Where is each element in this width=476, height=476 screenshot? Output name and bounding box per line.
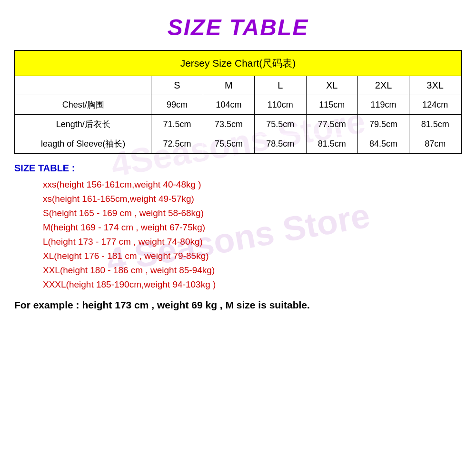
size-2xl-header: 2XL [357,76,409,95]
row-cell: 73.5cm [203,115,254,134]
page-wrapper: 4 Seasons Store 4Seasons Store SIZE TABL… [0,0,476,476]
size-xl-header: XL [306,76,357,95]
row-cell: 99cm [151,95,203,115]
size-guide-item: XXL(height 180 - 186 cm , weight 85-94kg… [43,265,462,276]
example-text: For example : height 173 cm , weight 69 … [14,299,462,311]
table-header-row: Jersey Size Chart(尺码表) [15,50,461,76]
row-cell: 71.5cm [151,115,203,134]
row-cell: 81.5cm [409,115,461,134]
row-cell: 115cm [306,95,357,115]
size-guide-item: xs(height 161-165cm,weight 49-57kg) [43,194,462,204]
row-cell: 87cm [409,134,461,154]
empty-header [15,76,151,95]
size-columns-row: S M L XL 2XL 3XL [15,76,461,95]
row-label: Length/后衣长 [15,115,151,134]
content-area: SIZE TABLE Jersey Size Chart(尺码表) S M L … [14,14,462,311]
size-guide-item: xxs(height 156-161cm,weight 40-48kg ) [43,179,462,190]
size-guide-item: S(height 165 - 169 cm , weight 58-68kg) [43,208,462,218]
size-guide-item: XXXL(height 185-190cm,weight 94-103kg ) [43,279,462,290]
row-label: Chest/胸围 [15,95,151,115]
row-cell: 110cm [255,95,306,115]
row-cell: 78.5cm [255,134,306,154]
row-cell: 77.5cm [306,115,357,134]
size-3xl-header: 3XL [409,76,461,95]
page-title: SIZE TABLE [14,14,462,40]
chart-title: Jersey Size Chart(尺码表) [15,50,461,76]
row-cell: 79.5cm [357,115,409,134]
row-cell: 75.5cm [203,134,254,154]
row-cell: 124cm [409,95,461,115]
size-chart-table: Jersey Size Chart(尺码表) S M L XL 2XL 3XL … [14,50,462,154]
size-guide-item: M(height 169 - 174 cm , weight 67-75kg) [43,222,462,233]
row-cell: 104cm [203,95,254,115]
size-table-label: SIZE TABLE : [14,163,462,174]
size-guide-list: xxs(height 156-161cm,weight 40-48kg )xs(… [14,179,462,290]
size-l-header: L [255,76,306,95]
row-cell: 119cm [357,95,409,115]
row-label: leagth of Sleeve(袖长) [15,134,151,154]
size-guide-item: XL(height 176 - 181 cm , weight 79-85kg) [43,251,462,261]
size-guide-item: L(height 173 - 177 cm , weight 74-80kg) [43,237,462,247]
size-m-header: M [203,76,254,95]
row-cell: 72.5cm [151,134,203,154]
row-cell: 81.5cm [306,134,357,154]
row-cell: 84.5cm [357,134,409,154]
table-row: Chest/胸围99cm104cm110cm115cm119cm124cm [15,95,461,115]
table-row: leagth of Sleeve(袖长)72.5cm75.5cm78.5cm81… [15,134,461,154]
size-s-header: S [151,76,203,95]
table-body: Chest/胸围99cm104cm110cm115cm119cm124cmLen… [15,95,461,154]
table-row: Length/后衣长71.5cm73.5cm75.5cm77.5cm79.5cm… [15,115,461,134]
row-cell: 75.5cm [255,115,306,134]
